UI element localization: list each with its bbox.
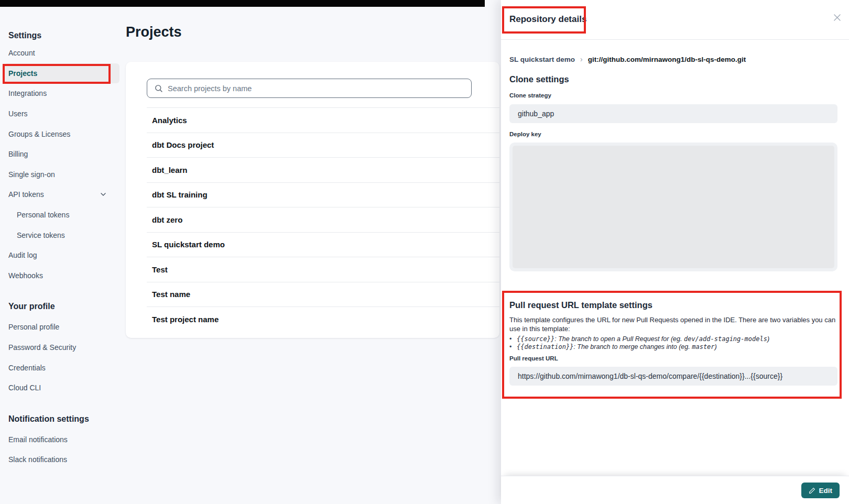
pull-request-url-label: Pull request URL [509, 355, 837, 363]
breadcrumb-chevron-icon: › [580, 55, 583, 63]
project-row[interactable]: SL quickstart demo [147, 233, 499, 258]
deploy-key-field[interactable] [509, 143, 837, 271]
source-variable-close: ) [767, 335, 769, 343]
sidebar-nav-profile: Personal profile Password & Security Cre… [8, 317, 126, 398]
project-row[interactable]: dbt SL training [147, 183, 499, 208]
bullet-text: {{source}}: The branch to open a Pull Re… [517, 335, 769, 343]
pull-request-url-field[interactable]: https://github.com/mirnawong1/db-sl-qs-d… [509, 367, 837, 386]
sidebar-nav-settings: Account Projects Integrations Users Grou… [8, 43, 126, 286]
project-row[interactable]: Test project name [147, 307, 499, 332]
breadcrumb-project[interactable]: SL quickstart demo [509, 56, 575, 63]
pencil-icon [809, 487, 815, 494]
sidebar-header-notification-settings: Notification settings [8, 413, 126, 425]
panel-header: Repository details [501, 0, 849, 40]
clone-strategy-field[interactable]: github_app [509, 104, 837, 123]
pr-variable-destination: • {{destination}}: The branch to merge c… [509, 343, 837, 351]
sidebar-item-users[interactable]: Users [8, 104, 126, 124]
pr-template-heading: Pull request URL template settings [509, 300, 837, 311]
bullet-dot: • [509, 343, 517, 351]
panel-footer: Edit [501, 476, 849, 504]
panel-body: SL quickstart demo › git://github.com/mi… [501, 54, 849, 386]
sidebar-item-groups-licenses[interactable]: Groups & Licenses [8, 124, 126, 144]
search-icon [154, 84, 163, 93]
search-input[interactable] [168, 84, 471, 93]
panel-title: Repository details [509, 14, 586, 25]
sidebar-item-email-notifications[interactable]: Email notifications [8, 430, 126, 450]
project-list: Analytics dbt Docs project dbt_learn dbt… [147, 107, 499, 332]
destination-variable-close: ) [715, 343, 717, 350]
sidebar-item-label: API tokens [8, 190, 44, 199]
page-title: Projects [126, 24, 182, 40]
pr-template-description: This template configures the URL for new… [509, 315, 837, 333]
sidebar-item-service-tokens[interactable]: Service tokens [8, 225, 126, 245]
pr-description-line1: This template configures the URL for new… [509, 315, 837, 324]
destination-variable-example: master [692, 343, 714, 350]
project-row[interactable]: dbt Docs project [147, 133, 499, 158]
pr-description-line2: use in this template: [509, 324, 837, 333]
project-row[interactable]: Test [147, 257, 499, 282]
sidebar-item-webhooks[interactable]: Webhooks [8, 266, 126, 286]
deploy-key-redacted [513, 146, 834, 268]
project-row[interactable]: dbt_learn [147, 158, 499, 183]
sidebar-item-api-tokens[interactable]: API tokens [8, 184, 126, 205]
close-icon[interactable] [832, 13, 842, 23]
source-variable-code: {{source}} [517, 335, 554, 343]
project-row[interactable]: Test name [147, 282, 499, 308]
source-variable-desc: : The branch to open a Pull Request for … [554, 335, 684, 343]
sidebar-header-settings: Settings [8, 30, 126, 41]
sidebar-item-billing[interactable]: Billing [8, 144, 126, 165]
bullet-dot: • [509, 335, 517, 343]
sidebar-item-credentials[interactable]: Credentials [8, 357, 126, 378]
breadcrumb-repo-url: git://github.com/mirnawong1/db-sl-qs-dem… [588, 56, 746, 63]
clone-strategy-label: Clone strategy [509, 92, 837, 100]
chevron-down-icon[interactable] [99, 190, 107, 200]
sidebar-item-cloud-cli[interactable]: Cloud CLI [8, 378, 126, 398]
project-row[interactable]: Analytics [147, 108, 499, 133]
sidebar-item-personal-profile[interactable]: Personal profile [8, 317, 126, 337]
sidebar-item-slack-notifications[interactable]: Slack notifications [8, 450, 126, 470]
repository-details-panel: Repository details SL quickstart demo › … [501, 0, 849, 504]
sidebar-nav-notifications: Email notifications Slack notifications [8, 430, 126, 470]
sidebar-item-integrations[interactable]: Integrations [8, 83, 126, 104]
pr-variable-source: • {{source}}: The branch to open a Pull … [509, 335, 837, 343]
sidebar-item-password-security[interactable]: Password & Security [8, 337, 126, 358]
settings-sidebar: Settings Account Projects Integrations U… [0, 7, 126, 470]
search-box [147, 79, 472, 98]
breadcrumb: SL quickstart demo › git://github.com/mi… [509, 54, 837, 64]
source-variable-example: dev/add-staging-models [684, 335, 767, 343]
sidebar-header-your-profile: Your profile [8, 300, 126, 313]
sidebar-item-audit-log[interactable]: Audit log [8, 245, 126, 266]
sidebar-item-projects[interactable]: Projects [4, 63, 119, 84]
bullet-text: {{destination}}: The branch to merge cha… [517, 343, 717, 351]
edit-button[interactable]: Edit [801, 483, 840, 498]
top-dark-bar [0, 0, 485, 7]
sidebar-item-single-sign-on[interactable]: Single sign-on [8, 165, 126, 185]
deploy-key-label: Deploy key [509, 131, 837, 138]
projects-card: Analytics dbt Docs project dbt_learn dbt… [126, 62, 499, 338]
destination-variable-desc: : The branch to merge changes into (eg. [573, 343, 692, 350]
clone-settings-heading: Clone settings [509, 74, 837, 85]
sidebar-item-account[interactable]: Account [8, 43, 126, 63]
pr-variable-list: • {{source}}: The branch to open a Pull … [509, 335, 837, 351]
destination-variable-code: {{destination}} [517, 343, 573, 350]
edit-button-label: Edit [819, 487, 833, 495]
project-row[interactable]: dbt zero [147, 207, 499, 233]
sidebar-item-personal-tokens[interactable]: Personal tokens [8, 205, 126, 225]
